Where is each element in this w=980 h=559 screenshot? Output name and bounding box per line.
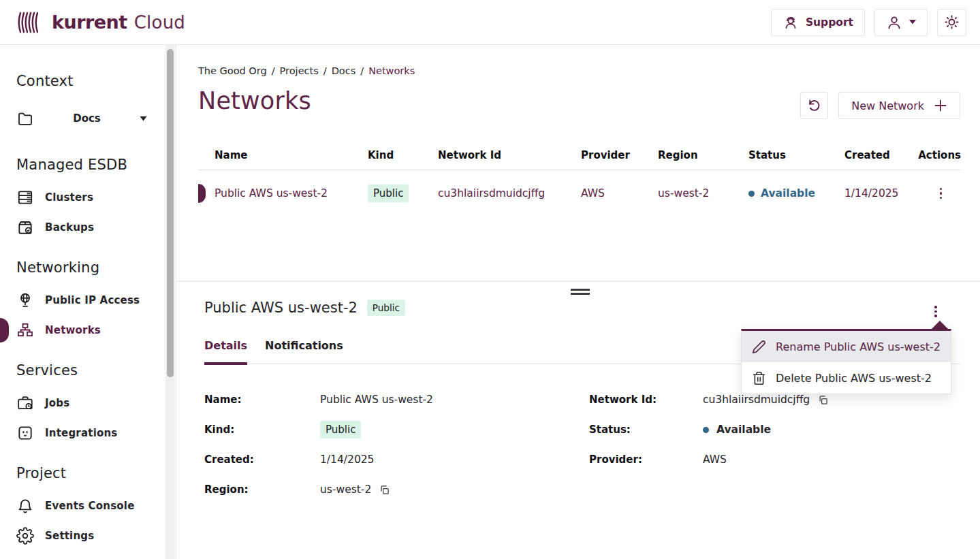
breadcrumb-current: Networks [368, 65, 415, 76]
cell-status: Available [748, 187, 844, 199]
folder-icon [16, 110, 34, 127]
status-label: Available [716, 424, 771, 436]
sidebar: Context Docs Managed ESDB Clusters [0, 45, 176, 559]
detail-panel-header: Public AWS us-west-2 Public [204, 300, 405, 316]
field-label-network-id: Network Id: [589, 394, 703, 406]
region-text: us-west-2 [320, 483, 371, 496]
detail-title: Public AWS us-west-2 [204, 300, 358, 316]
sidebar-item-label: Events Console [45, 500, 135, 512]
breadcrumb-separator: / [272, 65, 275, 76]
briefcase-clock-icon [16, 394, 34, 412]
copy-region-button[interactable] [379, 484, 390, 496]
sidebar-item-label: Public IP Access [45, 294, 140, 306]
sidebar-item-jobs[interactable]: Jobs [16, 394, 69, 412]
plus-icon [934, 99, 947, 112]
field-value-region: us-west-2 [320, 483, 589, 496]
tab-notifications[interactable]: Notifications [265, 339, 343, 365]
cell-network-id: cu3hlaiirsdmuidcjffg [438, 187, 581, 199]
breadcrumb-projects[interactable]: Projects [280, 65, 319, 76]
theme-toggle-button[interactable] [937, 9, 966, 36]
context-selector[interactable]: Docs [16, 110, 147, 127]
refresh-button[interactable] [800, 92, 828, 119]
menu-arrow [931, 321, 949, 330]
page-title: Networks [198, 87, 311, 114]
field-value-provider: AWS [703, 453, 962, 466]
table-row[interactable]: Public AWS us-west-2 Public cu3hlaiirsdm… [198, 170, 961, 217]
column-header-provider: Provider [581, 149, 658, 161]
sidebar-item-integrations[interactable]: Integrations [16, 424, 118, 442]
networking-heading: Networking [16, 257, 99, 278]
managed-esdb-heading: Managed ESDB [16, 155, 127, 175]
kurrent-waves-icon [16, 9, 45, 36]
sitemap-icon [16, 321, 34, 339]
status-dot [703, 427, 709, 433]
column-header-region: Region [658, 149, 748, 161]
sidebar-item-clusters[interactable]: Clusters [16, 189, 93, 206]
sidebar-item-events-console[interactable]: Events Console [16, 497, 135, 515]
sidebar-item-public-ip-access[interactable]: Public IP Access [16, 291, 140, 309]
page-actions: New Network [800, 92, 960, 119]
chevron-down-icon [909, 20, 916, 25]
app-header: kurrent Cloud Support [0, 0, 980, 45]
sidebar-item-label: Jobs [45, 397, 69, 409]
tab-details[interactable]: Details [204, 339, 247, 365]
gear-icon [16, 527, 34, 545]
breadcrumb-org[interactable]: The Good Org [198, 65, 267, 76]
cell-actions [921, 185, 961, 203]
sidebar-item-backups[interactable]: Backups [16, 219, 94, 236]
bell-icon [16, 497, 34, 515]
services-heading: Services [16, 360, 78, 381]
sidebar-item-settings[interactable]: Settings [16, 527, 94, 545]
kind-badge: Public [368, 185, 409, 202]
user-icon [886, 14, 902, 31]
pencil-icon [752, 340, 766, 354]
chevron-down-icon [140, 116, 147, 121]
column-header-actions: Actions [921, 149, 961, 161]
logo-wordmark: kurrent [52, 12, 127, 33]
sidebar-item-label: Backups [45, 221, 94, 234]
column-header-name: Name [198, 149, 368, 161]
user-menu-button[interactable] [874, 9, 928, 36]
sidebar-item-networks[interactable]: Networks [16, 321, 101, 339]
kebab-icon [934, 306, 937, 308]
breadcrumb: The Good Org / Projects / Docs / Network… [198, 65, 415, 76]
field-value-created: 1/14/2025 [320, 453, 589, 466]
support-label: Support [806, 16, 853, 29]
cell-network-name[interactable]: Public AWS us-west-2 [198, 187, 368, 199]
copy-icon [379, 485, 390, 495]
row-actions-button[interactable] [936, 185, 946, 203]
column-header-kind: Kind [368, 149, 438, 161]
main-content: The Good Org / Projects / Docs / Network… [176, 45, 980, 559]
breadcrumb-project[interactable]: Docs [332, 65, 356, 76]
context-selector-value: Docs [34, 112, 140, 125]
copy-network-id-button[interactable] [817, 394, 829, 406]
sidebar-item-label: Clusters [45, 191, 93, 204]
menu-item-label: Rename Public AWS us-west-2 [776, 340, 941, 353]
menu-item-delete[interactable]: Delete Public AWS us-west-2 [742, 362, 951, 394]
cell-provider: AWS [581, 187, 658, 199]
panel-resize-handle[interactable] [571, 289, 590, 297]
support-button[interactable]: Support [771, 9, 865, 36]
field-value-network-id: cu3hlaiirsdmuidcjffg [703, 394, 962, 406]
project-heading: Project [16, 463, 66, 483]
sidebar-scrollbar-thumb[interactable] [167, 49, 174, 377]
menu-item-rename[interactable]: Rename Public AWS us-west-2 [742, 331, 951, 362]
actions-context-menu: Rename Public AWS us-west-2 Delete Publi… [741, 329, 951, 394]
detail-actions-button[interactable] [931, 302, 941, 321]
field-value-kind: Public [320, 421, 589, 438]
new-network-button[interactable]: New Network [838, 92, 960, 119]
network-id-text: cu3hlaiirsdmuidcjffg [703, 394, 810, 406]
sidebar-item-label: Settings [45, 530, 94, 542]
sun-icon [944, 14, 960, 30]
panel-divider [176, 281, 980, 282]
copy-icon [818, 395, 828, 405]
outlet-icon [16, 424, 34, 442]
active-item-indicator [0, 318, 9, 342]
column-header-network-id: Network Id [438, 149, 581, 161]
column-header-status: Status [748, 149, 844, 161]
menu-item-label: Delete Public AWS us-west-2 [776, 372, 932, 385]
cell-kind: Public [368, 185, 438, 202]
backups-icon [16, 219, 34, 236]
status-dot [748, 191, 755, 197]
breadcrumb-separator: / [360, 65, 364, 76]
